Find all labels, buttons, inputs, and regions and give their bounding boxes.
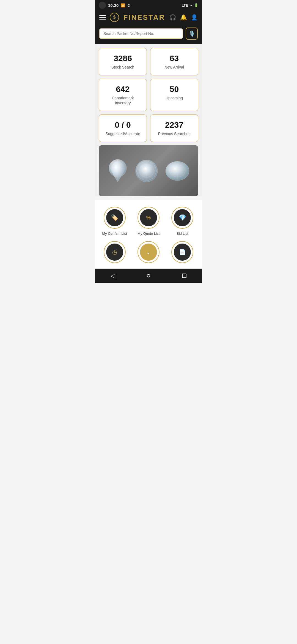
suggested-card[interactable]: 0 / 0 Suggested/Accurate bbox=[99, 114, 147, 142]
headset-icon[interactable]: 🎧 bbox=[169, 14, 176, 21]
previous-searches-number: 2237 bbox=[155, 120, 194, 130]
canadamark-number: 642 bbox=[103, 84, 142, 94]
bid-list-label: Bid List bbox=[177, 231, 188, 236]
action-6-item[interactable]: 📄 bbox=[167, 241, 197, 263]
quote-list-item[interactable]: % My Quote List bbox=[133, 207, 164, 236]
previous-searches-label: Previous Searches bbox=[158, 132, 191, 136]
suggested-number: 0 / 0 bbox=[103, 120, 142, 130]
actions-row-2: ◷ ⌄ 📄 bbox=[95, 241, 202, 263]
new-arrival-number: 63 bbox=[155, 54, 194, 63]
menu-button[interactable] bbox=[99, 15, 106, 20]
stock-search-number: 3286 bbox=[103, 54, 142, 63]
diamond-round bbox=[134, 159, 159, 183]
avatar-circle bbox=[99, 2, 106, 9]
signal-icon: ▲ bbox=[189, 3, 193, 7]
header: $ FINESTAR 🎧 🔔 👤 bbox=[95, 10, 202, 25]
diamond-pear bbox=[107, 157, 129, 185]
action-4-item[interactable]: ◷ bbox=[100, 241, 130, 263]
actions-section: 🏷️ My Confirm List % My Quote List 💎 Bid… bbox=[95, 200, 202, 269]
back-button[interactable]: ◁ bbox=[107, 270, 119, 282]
action-5-icon: ⌄ bbox=[146, 249, 151, 255]
currency-button[interactable]: $ bbox=[110, 13, 119, 22]
action-4-icon: ◷ bbox=[112, 249, 117, 255]
lte-label: LTE bbox=[182, 3, 188, 7]
battery-icon: 🔋 bbox=[194, 3, 198, 7]
notification-icon[interactable]: 🔔 bbox=[180, 14, 187, 21]
canadamark-card[interactable]: 642 Canadamark Inventory bbox=[99, 79, 147, 111]
main-content: 3286 Stock Search 63 New Arrival 642 Can… bbox=[95, 44, 202, 196]
stats-grid: 3286 Stock Search 63 New Arrival 642 Can… bbox=[99, 48, 198, 142]
quote-list-icon: % bbox=[146, 215, 151, 221]
diamond-banner bbox=[99, 145, 198, 196]
confirm-list-icon: 🏷️ bbox=[111, 214, 118, 221]
suggested-label: Suggested/Accurate bbox=[105, 132, 140, 136]
recents-icon bbox=[182, 274, 186, 278]
recents-button[interactable] bbox=[178, 270, 190, 282]
confirm-list-label: My Confirm List bbox=[102, 231, 127, 236]
new-arrival-card[interactable]: 63 New Arrival bbox=[150, 48, 198, 75]
bid-list-icon: 💎 bbox=[179, 214, 186, 221]
actions-row-1: 🏷️ My Confirm List % My Quote List 💎 Bid… bbox=[95, 207, 202, 236]
wifi-icon: 📶 bbox=[121, 3, 125, 7]
sim-icon: ⊙ bbox=[127, 3, 130, 7]
action-6-icon: 📄 bbox=[179, 249, 186, 255]
stock-search-card[interactable]: 3286 Stock Search bbox=[99, 48, 147, 75]
search-container: 🎙️ bbox=[95, 25, 202, 44]
diamond-oval bbox=[164, 160, 191, 182]
profile-icon[interactable]: 👤 bbox=[191, 14, 198, 21]
home-icon bbox=[147, 274, 150, 277]
previous-searches-card[interactable]: 2237 Previous Searches bbox=[150, 114, 198, 142]
status-time: 10:20 bbox=[108, 3, 119, 8]
status-bar: 10:20 📶 ⊙ LTE ▲ 🔋 bbox=[95, 0, 202, 10]
stock-search-label: Stock Search bbox=[111, 65, 134, 69]
quote-list-label: My Quote List bbox=[138, 231, 160, 236]
currency-icon: $ bbox=[113, 15, 116, 20]
back-icon: ◁ bbox=[111, 272, 115, 279]
upcoming-label: Upcoming bbox=[166, 96, 183, 100]
bottom-nav: ◁ bbox=[95, 269, 202, 283]
action-5-item[interactable]: ⌄ bbox=[133, 241, 164, 263]
voice-search-button[interactable]: 🎙️ bbox=[186, 28, 198, 40]
home-button[interactable] bbox=[142, 270, 155, 282]
upcoming-card[interactable]: 50 Upcoming bbox=[150, 79, 198, 111]
search-input[interactable] bbox=[99, 28, 183, 39]
bid-list-item[interactable]: 💎 Bid List bbox=[167, 207, 197, 236]
canadamark-label: Canadamark Inventory bbox=[112, 96, 134, 105]
app-title: FINESTAR bbox=[119, 13, 169, 22]
microphone-icon: 🎙️ bbox=[188, 30, 195, 37]
new-arrival-label: New Arrival bbox=[164, 65, 184, 69]
confirm-list-item[interactable]: 🏷️ My Confirm List bbox=[100, 207, 130, 236]
upcoming-number: 50 bbox=[155, 84, 194, 94]
